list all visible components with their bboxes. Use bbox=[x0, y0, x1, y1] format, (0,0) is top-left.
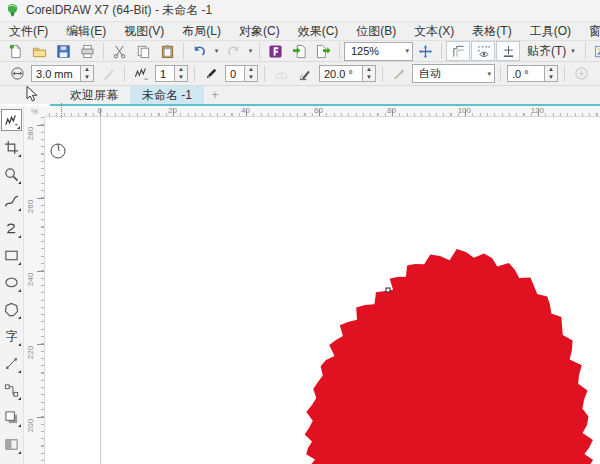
redo-icon bbox=[226, 44, 241, 59]
add-preset-button[interactable] bbox=[570, 64, 592, 84]
ruler-label: 20 bbox=[168, 106, 177, 115]
drawing-surface[interactable] bbox=[45, 117, 600, 464]
undo-button[interactable] bbox=[188, 41, 211, 61]
spinner-down-icon[interactable]: ▼ bbox=[81, 74, 93, 82]
zoom-tool[interactable] bbox=[1, 163, 22, 185]
spinner-down-icon[interactable]: ▼ bbox=[245, 74, 257, 82]
spinner-down-icon[interactable]: ▼ bbox=[175, 74, 187, 82]
freehand-tool[interactable] bbox=[1, 190, 22, 212]
dimension-tool[interactable] bbox=[1, 352, 22, 374]
spinner-down-icon[interactable]: ▼ bbox=[545, 74, 557, 82]
menu-effects[interactable]: 效果(C) bbox=[289, 22, 348, 41]
red-roughened-shape[interactable] bbox=[305, 249, 593, 464]
canvas[interactable] bbox=[45, 117, 600, 464]
ruler-label: 40 bbox=[241, 106, 250, 115]
dryout-icon-button[interactable] bbox=[200, 64, 222, 84]
transparency-tool[interactable] bbox=[1, 433, 22, 455]
new-document-button[interactable] bbox=[4, 41, 27, 61]
spike-direction-select[interactable]: 自动▾ bbox=[412, 64, 495, 83]
menu-window[interactable]: 窗口(W) bbox=[580, 22, 600, 41]
color-eyedropper-tool[interactable] bbox=[1, 460, 22, 464]
menu-layout[interactable]: 布局(L) bbox=[173, 22, 230, 41]
menu-edit[interactable]: 编辑(E) bbox=[57, 22, 115, 41]
menu-view[interactable]: 视图(V) bbox=[115, 22, 173, 41]
connector-tool[interactable] bbox=[1, 379, 22, 401]
zoom-level-value: 125% bbox=[351, 45, 405, 57]
spinner-up-icon[interactable]: ▲ bbox=[81, 66, 93, 74]
cut-button[interactable] bbox=[108, 41, 131, 61]
spike-frequency-spinner[interactable]: ▲▼ bbox=[175, 65, 188, 82]
import-button[interactable] bbox=[288, 41, 311, 61]
export-button[interactable] bbox=[312, 41, 335, 61]
window-title: CorelDRAW X7 (64-Bit) - 未命名 -1 bbox=[26, 2, 212, 19]
copy-button[interactable] bbox=[132, 41, 155, 61]
options-button[interactable] bbox=[590, 41, 600, 61]
toolbar-separator bbox=[194, 66, 195, 82]
show-grid-button[interactable] bbox=[471, 41, 495, 61]
undo-icon bbox=[192, 44, 207, 59]
nib-size-icon-button[interactable] bbox=[6, 64, 28, 84]
full-screen-preview-button[interactable] bbox=[446, 41, 470, 61]
print-button[interactable] bbox=[76, 41, 99, 61]
pan-tool-button[interactable] bbox=[414, 41, 437, 61]
new-tab-button[interactable]: + bbox=[204, 86, 226, 104]
folder-icon bbox=[32, 44, 47, 59]
pen-tilt-icon-button[interactable] bbox=[294, 64, 316, 84]
pen-bearing-spinner[interactable]: ▲▼ bbox=[545, 65, 558, 82]
toolbox: 字 bbox=[0, 106, 24, 464]
ruler-origin[interactable]: % bbox=[24, 106, 45, 117]
search-content-button[interactable] bbox=[264, 41, 287, 61]
dryout-input[interactable]: 0 bbox=[225, 65, 245, 82]
text-tool[interactable]: 字 bbox=[1, 325, 22, 347]
menu-file[interactable]: 文件(F) bbox=[0, 22, 57, 41]
horizontal-ruler[interactable]: 020406080100120 bbox=[45, 106, 600, 117]
tilt-preview-icon-button[interactable] bbox=[270, 64, 292, 84]
chevron-down-icon[interactable]: ▾ bbox=[487, 70, 491, 78]
zoom-level-combo[interactable]: 125%▾ bbox=[344, 42, 413, 61]
tab-untitled-1[interactable]: 未命名 -1 bbox=[130, 86, 204, 104]
spike-frequency-icon-button[interactable] bbox=[130, 64, 152, 84]
nib-size-input[interactable]: 3.0 mm bbox=[31, 65, 81, 82]
spinner-up-icon[interactable]: ▲ bbox=[175, 66, 187, 74]
copy-icon bbox=[136, 44, 151, 59]
spinner-up-icon[interactable]: ▲ bbox=[363, 66, 375, 74]
menu-table[interactable]: 表格(T) bbox=[463, 22, 520, 41]
undo-dropdown-caret[interactable]: ▾ bbox=[212, 41, 221, 61]
menu-text[interactable]: 文本(X) bbox=[405, 22, 463, 41]
paste-button[interactable] bbox=[156, 41, 179, 61]
curve-node-marker[interactable] bbox=[386, 288, 390, 292]
pen-pressure-button[interactable] bbox=[97, 64, 119, 84]
ellipse-tool[interactable] bbox=[1, 271, 22, 293]
polygon-tool[interactable] bbox=[1, 298, 22, 320]
rectangle-tool[interactable] bbox=[1, 244, 22, 266]
roughen-brush-tool[interactable] bbox=[1, 109, 22, 131]
tab-welcome-screen[interactable]: 欢迎屏幕 bbox=[58, 86, 130, 104]
snap-indicator-button[interactable] bbox=[496, 41, 520, 61]
spinner-up-icon[interactable]: ▲ bbox=[245, 66, 257, 74]
pen-tilt-input[interactable]: 20.0 ° bbox=[319, 65, 363, 82]
spike-frequency-input[interactable]: 1 bbox=[155, 65, 175, 82]
nib-size-spinner[interactable]: ▲▼ bbox=[81, 65, 94, 82]
menu-object[interactable]: 对象(C) bbox=[230, 22, 289, 41]
snap-to-dropdown[interactable]: 贴齐(T)▾ bbox=[521, 42, 581, 60]
drop-shadow-tool[interactable] bbox=[1, 406, 22, 428]
crop-icon bbox=[4, 140, 19, 155]
imageframe-icon bbox=[594, 44, 600, 59]
open-document-button[interactable] bbox=[28, 41, 51, 61]
spinner-up-icon[interactable]: ▲ bbox=[545, 66, 557, 74]
pen-tilt-spinner[interactable]: ▲▼ bbox=[363, 65, 376, 82]
pen-bearing-input[interactable]: .0 ° bbox=[507, 65, 545, 82]
menu-tools[interactable]: 工具(O) bbox=[521, 22, 580, 41]
redo-button[interactable] bbox=[222, 41, 245, 61]
chevron-down-icon[interactable]: ▾ bbox=[405, 47, 409, 55]
direction-icon bbox=[392, 66, 407, 81]
smart-drawing-tool[interactable] bbox=[1, 217, 22, 239]
menu-bitmaps[interactable]: 位图(B) bbox=[347, 22, 405, 41]
spike-direction-icon-button[interactable] bbox=[388, 64, 410, 84]
spinner-down-icon[interactable]: ▼ bbox=[363, 74, 375, 82]
dryout-spinner[interactable]: ▲▼ bbox=[245, 65, 258, 82]
redo-dropdown-caret[interactable]: ▾ bbox=[246, 41, 255, 61]
vertical-ruler[interactable]: 280260240220200 bbox=[24, 117, 45, 464]
save-document-button[interactable] bbox=[52, 41, 75, 61]
crop-tool[interactable] bbox=[1, 136, 22, 158]
